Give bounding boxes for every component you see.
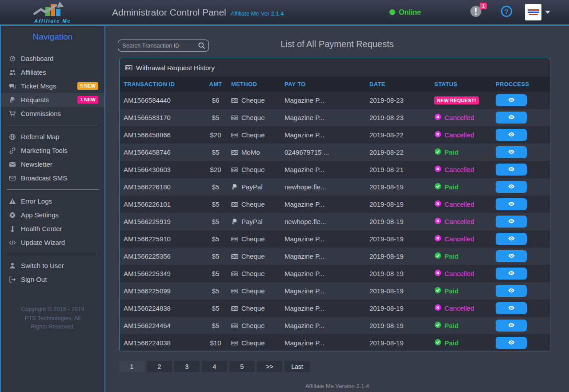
page-button-2[interactable]: 2 [147, 361, 172, 372]
view-request-button[interactable] [496, 233, 527, 245]
footer-version-label: Affiliate Me Version 2.1.4 [105, 383, 569, 389]
cell-status: Paid [430, 248, 492, 265]
view-request-button[interactable] [496, 94, 527, 106]
status-label: Cancelled [445, 200, 474, 208]
help-button[interactable]: ? [501, 5, 513, 19]
page-button-1[interactable]: 1 [119, 361, 144, 372]
top-navbar: Affiliate Me Administrator Control Panel… [0, 0, 569, 24]
sidebar-item-update-wizard[interactable]: Update Wizard [1, 236, 104, 249]
status-cancelled: Cancelled [434, 235, 488, 243]
status-label: Cancelled [445, 304, 474, 312]
page-button-5[interactable]: 5 [229, 361, 255, 372]
cell-date: 2019-08-19 [365, 282, 430, 300]
search-icon[interactable] [198, 42, 205, 51]
view-request-button[interactable] [496, 320, 527, 332]
pagination: 12345>>Last [119, 361, 569, 372]
page-button->>[interactable]: >> [257, 361, 282, 372]
view-request-button[interactable] [496, 112, 527, 124]
eye-icon [508, 148, 515, 156]
sidebar-item-app-settings[interactable]: App Settings [1, 208, 104, 222]
cell-method: Cheque [227, 282, 280, 300]
gear-icon [8, 212, 16, 219]
cell-process [492, 213, 550, 230]
cell-status: Cancelled [430, 109, 492, 126]
sidebar-item-switch-to-user[interactable]: Switch to User [1, 259, 104, 272]
view-request-button[interactable] [496, 285, 527, 297]
method-label: Cheque [241, 166, 265, 173]
avatar[interactable] [525, 4, 541, 20]
view-request-button[interactable] [496, 250, 527, 262]
cell-transaction-id: AM1566458866 [120, 126, 204, 144]
table-row: AM1566583170$5ChequeMagazine P...2019-08… [120, 109, 550, 126]
view-request-button[interactable] [496, 181, 527, 193]
search-box [118, 40, 209, 52]
cell-process [492, 300, 550, 317]
sidebar-item-label: Marketing Tools [21, 147, 68, 154]
status-label: Paid [445, 339, 459, 347]
method-label: Cheque [241, 304, 265, 312]
eye-icon [508, 114, 515, 122]
method-label: Cheque [241, 252, 265, 260]
sidebar-item-ticket-msgs[interactable]: Ticket Msgs5 NEW [1, 79, 104, 93]
sidebar-item-sign-out[interactable]: Sign Out [1, 272, 104, 286]
method-label: Cheque [241, 114, 265, 121]
method-label: Cheque [241, 322, 265, 329]
sidebar-item-newsletter[interactable]: Newsletter [1, 157, 104, 171]
sidebar-item-label: App Settings [21, 211, 59, 219]
payment-requests-table: TRANSACTION IDAMTMETHODPAY TODATESTATUSP… [120, 77, 550, 352]
table-header-row: TRANSACTION IDAMTMETHODPAY TODATESTATUSP… [120, 77, 550, 92]
cell-date: 2019-08-19 [365, 213, 430, 230]
sidebar-item-dashboard[interactable]: Dashboard [1, 52, 104, 65]
sidebar-item-requests[interactable]: Requests1 NEW [1, 93, 104, 107]
view-request-button[interactable] [496, 268, 527, 280]
sidebar-item-broadcast-sms[interactable]: Broadcast SMS [1, 171, 104, 185]
sidebar-item-health-center[interactable]: Health Center [1, 222, 104, 236]
sidebar-item-commissions[interactable]: Commissions [1, 107, 104, 120]
sidebar-item-error-logs[interactable]: Error Logs [1, 194, 104, 208]
sidebar-item-label: Broadcast SMS [21, 174, 67, 182]
sidebar-item-label: Ticket Msgs [21, 82, 56, 90]
table-row: AM1566225919$5PayPalnewhope.fle...2019-0… [120, 213, 550, 230]
sidebar: Navigation DashboardAffiliatesTicket Msg… [0, 26, 105, 392]
app-logo[interactable]: Affiliate Me [0, 1, 105, 24]
eye-icon [508, 218, 515, 226]
banknote-icon [231, 322, 238, 329]
user-menu-caret-icon[interactable] [545, 11, 550, 14]
cell-status: Cancelled [430, 161, 492, 178]
cell-date: 2019-08-22 [365, 126, 430, 144]
banknote-icon [231, 132, 238, 139]
sidebar-item-referral-map[interactable]: Referral Map [1, 130, 104, 144]
status-cancelled: Cancelled [434, 304, 488, 312]
view-request-button[interactable] [496, 146, 527, 158]
cell-pay-to: Magazine P... [280, 92, 365, 109]
cell-process [492, 144, 550, 161]
view-request-button[interactable] [496, 164, 527, 176]
search-input[interactable] [118, 40, 209, 52]
view-request-button[interactable] [496, 337, 527, 349]
page-button-4[interactable]: 4 [202, 361, 227, 372]
sidebar-item-affiliates[interactable]: Affiliates [1, 65, 104, 79]
cell-process [492, 248, 550, 265]
cell-process [492, 126, 550, 144]
table-row: AM1566430603$20ChequeMagazine P...2019-0… [120, 161, 550, 178]
view-request-button[interactable] [496, 216, 527, 228]
cell-status: Cancelled [430, 126, 492, 144]
cell-pay-to: Magazine P... [280, 334, 365, 352]
x-circle-icon [434, 200, 441, 208]
notifications-button[interactable]: 1 [470, 5, 482, 19]
view-request-button[interactable] [496, 302, 527, 314]
page-button-last[interactable]: Last [284, 361, 310, 372]
sidebar-item-marketing-tools[interactable]: Marketing Tools [1, 144, 104, 157]
status-label: Paid [445, 252, 459, 260]
cell-method: Cheque [227, 196, 280, 213]
status-cancelled: Cancelled [434, 269, 488, 278]
view-request-button[interactable] [496, 129, 527, 141]
eye-icon [508, 166, 515, 174]
cart-icon [8, 110, 16, 117]
status-label: Cancelled [445, 131, 474, 139]
cell-transaction-id: AM1566225356 [120, 248, 204, 265]
page-button-3[interactable]: 3 [174, 361, 200, 372]
cell-method: Cheque [227, 230, 280, 248]
view-request-button[interactable] [496, 198, 527, 210]
banknote-icon [231, 253, 238, 260]
